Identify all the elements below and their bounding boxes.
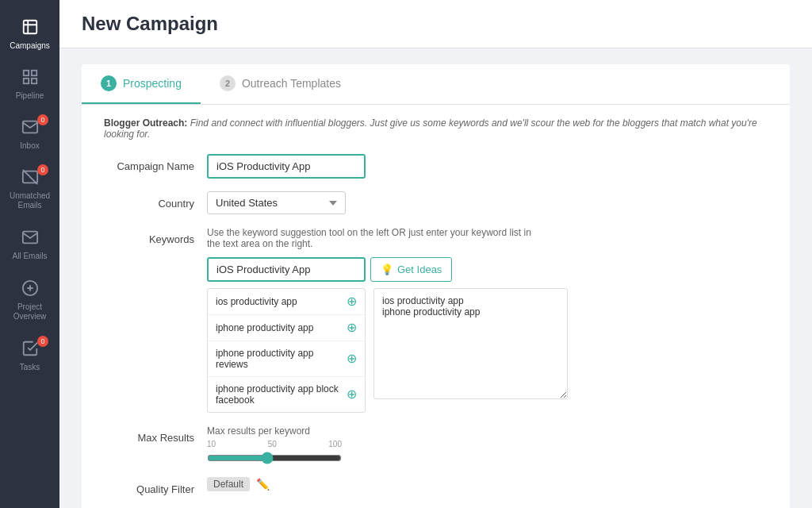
sidebar: Campaigns Pipeline 0 Inbox 0 UnmatchedEm… (0, 0, 59, 508)
add-keyword-icon-2[interactable]: ⊕ (347, 352, 357, 365)
form-body: Blogger Outreach: Find and connect with … (82, 105, 790, 508)
blogger-outreach-text: Find and connect with influential blogge… (104, 117, 757, 140)
campaign-name-row: Campaign Name (104, 154, 768, 179)
unmatched-badge: 0 (37, 164, 48, 175)
add-keyword-icon-0[interactable]: ⊕ (347, 295, 357, 308)
bulb-icon: 💡 (381, 264, 393, 275)
keywords-row: Keywords Use the keyword suggestion tool… (104, 227, 768, 413)
keyword-textarea[interactable]: ios productivity app iphone productivity… (373, 288, 568, 399)
sidebar-item-all-emails[interactable]: All Emails (0, 218, 59, 269)
sidebar-label-pipeline: Pipeline (16, 91, 44, 100)
sidebar-item-unmatched[interactable]: 0 UnmatchedEmails (0, 158, 59, 218)
sidebar-label-unmatched: UnmatchedEmails (10, 191, 50, 210)
slider-labels: 10 50 100 (207, 440, 342, 448)
project-icon (19, 277, 41, 299)
sidebar-label-project: ProjectOverview (13, 302, 47, 321)
country-wrap: United States United Kingdom Canada Aust… (207, 191, 768, 214)
quality-filter-controls: Default ✏️ (207, 477, 768, 491)
quality-filter-label: Quality Filter (104, 477, 207, 495)
keyword-text-3: iphone productivity app block facebook (216, 383, 347, 406)
add-keyword-icon-3[interactable]: ⊕ (347, 388, 357, 401)
pipeline-icon (19, 66, 41, 88)
inbox-badge: 0 (37, 114, 48, 125)
content-area: 1 Prospecting 2 Outreach Templates Blogg… (59, 48, 812, 508)
tab-num-1: 1 (101, 75, 117, 91)
blogger-outreach-hint: Blogger Outreach: Find and connect with … (104, 117, 768, 140)
campaign-card: 1 Prospecting 2 Outreach Templates Blogg… (82, 64, 790, 508)
keyword-item-0[interactable]: ios productivity app ⊕ (208, 289, 365, 315)
keyword-item-3[interactable]: iphone productivity app block facebook ⊕ (208, 377, 365, 412)
sidebar-label-inbox: Inbox (20, 141, 39, 150)
slider-mid-label: 50 (268, 440, 277, 448)
get-ideas-button[interactable]: 💡 Get Ideas (370, 257, 452, 282)
get-ideas-label: Get Ideas (397, 264, 442, 275)
keyword-item-1[interactable]: iphone productivity app ⊕ (208, 315, 365, 341)
keyword-item-2[interactable]: iphone productivity app reviews ⊕ (208, 341, 365, 377)
keyword-text-1: iphone productivity app (216, 322, 313, 333)
sidebar-item-tasks[interactable]: 0 Tasks (0, 329, 59, 379)
tab-bar: 1 Prospecting 2 Outreach Templates (82, 64, 790, 105)
tasks-badge: 0 (37, 336, 48, 347)
quality-filter-edit-button[interactable]: ✏️ (256, 478, 270, 491)
main-content: New Campaign 1 Prospecting 2 Outreach Te… (59, 0, 812, 508)
quality-filter-wrap: Default ✏️ (207, 477, 768, 491)
country-select[interactable]: United States United Kingdom Canada Aust… (207, 191, 346, 214)
keywords-area: ios productivity app ⊕ iphone productivi… (207, 288, 768, 413)
sidebar-label-campaigns: Campaigns (10, 41, 50, 50)
edit-icon: ✏️ (256, 478, 270, 491)
keyword-text-0: ios productivity app (216, 296, 297, 307)
all-emails-icon (19, 226, 41, 248)
keyword-text-2: iphone productivity app reviews (216, 348, 347, 370)
svg-rect-3 (31, 79, 36, 83)
keyword-list: ios productivity app ⊕ iphone productivi… (207, 288, 366, 413)
tab-num-2: 2 (220, 75, 236, 91)
add-keyword-icon-1[interactable]: ⊕ (347, 321, 357, 334)
sidebar-item-pipeline[interactable]: Pipeline (0, 58, 59, 108)
svg-rect-2 (23, 79, 28, 83)
country-row: Country United States United Kingdom Can… (104, 191, 768, 214)
svg-rect-0 (23, 71, 28, 75)
sidebar-label-tasks: Tasks (20, 363, 40, 371)
slider-min-label: 10 (207, 440, 216, 448)
country-label: Country (104, 191, 207, 210)
sidebar-item-project[interactable]: ProjectOverview (0, 269, 59, 329)
quality-filter-badge: Default (207, 477, 250, 491)
tab-label-prospecting: Prospecting (123, 77, 182, 90)
svg-rect-1 (31, 71, 36, 75)
topbar: New Campaign (59, 0, 812, 48)
max-results-label: Max Results (104, 425, 207, 444)
blogger-outreach-prefix: Blogger Outreach: (104, 117, 187, 129)
campaign-name-input[interactable] (207, 154, 366, 179)
sidebar-item-inbox[interactable]: 0 Inbox (0, 108, 59, 158)
keywords-wrap: Use the keyword suggestion tool on the l… (207, 227, 768, 413)
keywords-label: Keywords (104, 227, 207, 245)
slider-row: Max results per keyword 10 50 100 (207, 425, 768, 464)
slider-max-label: 100 (328, 440, 342, 448)
tab-prospecting[interactable]: 1 Prospecting (82, 64, 201, 104)
campaigns-icon (19, 16, 41, 38)
max-results-row: Max Results Max results per keyword 10 5… (104, 425, 768, 464)
sidebar-label-all-emails: All Emails (13, 252, 48, 261)
max-results-hint: Max results per keyword (207, 425, 768, 437)
campaign-name-wrap (207, 154, 768, 179)
tab-outreach-templates[interactable]: 2 Outreach Templates (201, 64, 360, 104)
max-results-slider[interactable] (207, 452, 342, 464)
sidebar-item-campaigns[interactable]: Campaigns (0, 8, 59, 58)
keywords-hint: Use the keyword suggestion tool on the l… (207, 227, 540, 249)
keyword-search-input[interactable] (207, 257, 366, 282)
max-results-wrap: Max results per keyword 10 50 100 (207, 425, 768, 464)
campaign-name-label: Campaign Name (104, 154, 207, 172)
quality-filter-row: Quality Filter Default ✏️ (104, 477, 768, 495)
tab-label-outreach: Outreach Templates (242, 77, 341, 90)
page-title: New Campaign (82, 13, 790, 35)
keyword-search-row: 💡 Get Ideas (207, 257, 768, 282)
